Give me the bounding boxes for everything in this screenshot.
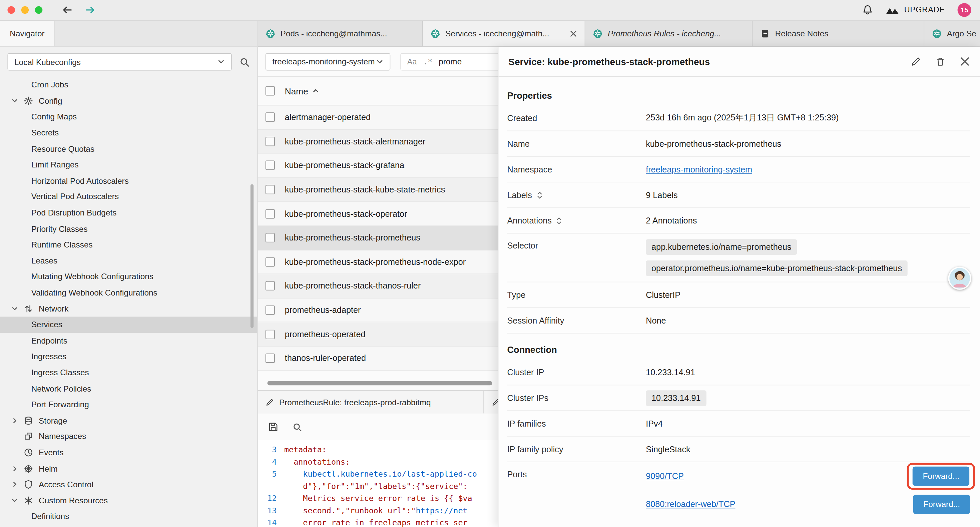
sidebar-item-validating-webhook-configurations[interactable]: Validating Webhook Configurations [0, 285, 257, 301]
back-arrow-icon[interactable] [61, 5, 74, 15]
name-column-header[interactable]: Name [285, 86, 320, 96]
upgrade-button[interactable]: UPGRADE [886, 6, 945, 14]
sidebar-item-pod-disruption-budgets[interactable]: Pod Disruption Budgets [0, 205, 257, 221]
save-icon[interactable] [268, 422, 278, 432]
detail-label: Ports [507, 462, 646, 479]
row-checkbox[interactable] [266, 330, 275, 339]
sidebar-item-network-policies[interactable]: Network Policies [0, 381, 257, 396]
sidebar-item-label: Definitions [31, 512, 69, 521]
sidebar-item-limit-ranges[interactable]: Limit Ranges [0, 157, 257, 173]
chevron-right-icon[interactable] [11, 464, 24, 472]
user-avatar[interactable] [948, 267, 971, 290]
window-close-button[interactable] [7, 6, 15, 14]
match-case-toggle[interactable]: Aa [407, 57, 417, 66]
window-minimize-button[interactable] [21, 6, 29, 14]
notification-badge[interactable]: 15 [958, 3, 971, 17]
row-checkbox[interactable] [266, 185, 275, 194]
sidebar-item-cron-jobs[interactable]: Cron Jobs [0, 77, 257, 93]
chevron-down-icon[interactable] [11, 304, 24, 312]
window-zoom-button[interactable] [35, 6, 42, 14]
row-checkbox[interactable] [266, 209, 275, 218]
port-link[interactable]: 8080:reloader-web/TCP [646, 500, 735, 509]
row-checkbox[interactable] [266, 353, 275, 363]
sidebar-item-config[interactable]: Config [0, 93, 257, 109]
sidebar-item-runtime-classes[interactable]: Runtime Classes [0, 237, 257, 253]
tab-release-notes[interactable]: Release Notes [752, 21, 924, 46]
sidebar-item-port-forwarding[interactable]: Port Forwarding [0, 396, 257, 412]
tab-argo-se[interactable]: Argo Se [924, 21, 980, 46]
chevron-spacer [11, 448, 24, 456]
sort-toggle-icon[interactable] [556, 216, 562, 225]
sidebar-item-priority-classes[interactable]: Priority Classes [0, 221, 257, 237]
line-code: error rate in freeleaps metrics ser [284, 518, 468, 527]
value-badge: 10.233.14.91 [646, 390, 706, 406]
row-checkbox[interactable] [266, 113, 275, 122]
asterisk-icon [24, 496, 33, 505]
tab-pods-icecheng-mathmas[interactable]: Pods - icecheng@mathmas... [258, 21, 423, 46]
sidebar-item-mutating-webhook-configurations[interactable]: Mutating Webhook Configurations [0, 269, 257, 285]
row-checkbox[interactable] [266, 233, 275, 242]
detail-value: 9090/TCPForward...8080:reloader-web/TCPF… [646, 462, 970, 519]
sidebar-item-config-maps[interactable]: Config Maps [0, 109, 257, 125]
sidebar-scrollbar[interactable] [250, 184, 253, 328]
value-text: 253d 16h 6m ago (2025年1月13日 GMT+8 1:25:3… [646, 112, 838, 124]
port-forward-button[interactable]: Forward... [913, 466, 969, 486]
sort-toggle-icon[interactable] [536, 190, 543, 199]
row-checkbox[interactable] [266, 137, 275, 146]
book-icon [760, 29, 770, 38]
port-link[interactable]: 9090/TCP [646, 471, 684, 481]
row-checkbox[interactable] [266, 257, 275, 266]
sidebar-item-secrets[interactable]: Secrets [0, 125, 257, 141]
sidebar-item-leases[interactable]: Leases [0, 253, 257, 269]
close-tab-icon[interactable] [570, 30, 577, 37]
search-input[interactable] [439, 57, 484, 66]
chevron-right-icon[interactable] [11, 417, 24, 425]
regex-toggle[interactable]: .* [423, 57, 432, 66]
sidebar-item-definitions[interactable]: Definitions [0, 508, 257, 524]
sidebar-item-storage[interactable]: Storage [0, 412, 257, 428]
edit-icon[interactable] [911, 56, 921, 67]
service-name: thanos-ruler-operated [285, 353, 366, 363]
sidebar-item-endpoints[interactable]: Endpoints [0, 333, 257, 349]
sidebar-item-access-control[interactable]: Access Control [0, 476, 257, 492]
chevron-right-icon[interactable] [11, 480, 24, 488]
navigator-tab[interactable]: Navigator [0, 21, 55, 46]
sidebar-item-events[interactable]: Events [0, 444, 257, 461]
search-icon[interactable] [239, 56, 250, 67]
detail-row-ports: Ports9090/TCPForward...8080:reloader-web… [507, 462, 970, 519]
sidebar-item-helm[interactable]: Helm [0, 461, 257, 477]
editor-search-icon[interactable] [292, 422, 302, 432]
sidebar-item-vertical-pod-autoscalers[interactable]: Vertical Pod Autoscalers [0, 189, 257, 205]
namespace-select[interactable]: freeleaps-monitoring-system [266, 53, 391, 70]
sidebar-item-label: Validating Webhook Configurations [31, 288, 158, 297]
delete-icon[interactable] [935, 56, 946, 67]
forward-arrow-icon[interactable] [84, 5, 96, 15]
close-icon[interactable] [959, 56, 970, 67]
value-link[interactable]: freeleaps-monitoring-system [646, 164, 752, 174]
service-name: alertmanager-operated [285, 113, 371, 122]
sidebar-item-ingress-classes[interactable]: Ingress Classes [0, 365, 257, 381]
kubeconfig-select[interactable]: Local Kubeconfigs [7, 53, 231, 70]
sidebar-item-resource-quotas[interactable]: Resource Quotas [0, 141, 257, 157]
tab-prometheus-rules-icecheng[interactable]: Prometheus Rules - icecheng... [585, 21, 753, 46]
row-checkbox[interactable] [266, 161, 275, 170]
sidebar-item-namespaces[interactable]: Namespaces [0, 428, 257, 444]
row-checkbox[interactable] [266, 281, 275, 291]
port-forward-button[interactable]: Forward... [914, 495, 970, 514]
line-number: 3 [258, 445, 284, 454]
select-all-checkbox[interactable] [266, 86, 275, 96]
sidebar-item-horizontal-pod-autoscalers[interactable]: Horizontal Pod Autoscalers [0, 173, 257, 189]
detail-value: kube-prometheus-stack-prometheus [646, 139, 970, 148]
dock-tab-prometheusrule[interactable]: PrometheusRule: freeleaps-prod-rabbitmq [258, 391, 484, 413]
sidebar-item-services[interactable]: Services [0, 317, 257, 333]
bell-icon[interactable] [862, 4, 873, 16]
sidebar-item-network[interactable]: Network [0, 301, 257, 317]
sidebar-item-custom-resources[interactable]: Custom Resources [0, 492, 257, 508]
tab-services-icecheng-math[interactable]: Services - icecheng@math... [423, 21, 585, 46]
chevron-down-icon[interactable] [11, 496, 24, 504]
row-checkbox[interactable] [266, 306, 275, 315]
sidebar-item-ingresses[interactable]: Ingresses [0, 349, 257, 365]
horizontal-scrollbar[interactable] [267, 381, 492, 385]
chevron-down-icon[interactable] [11, 97, 24, 105]
sidebar-item-label: Limit Ranges [31, 160, 79, 169]
